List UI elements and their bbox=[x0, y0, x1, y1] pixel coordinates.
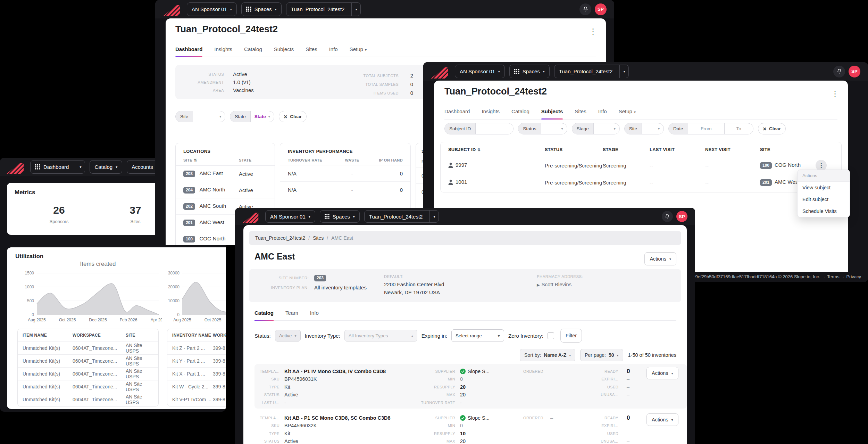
tab-setup[interactable]: Setup▾ bbox=[619, 108, 636, 119]
spaces-selector[interactable]: Spaces▾ bbox=[241, 2, 282, 16]
table-row[interactable]: Unmatched Kit(s) 0604AT_Timezone... AN S… bbox=[18, 393, 158, 406]
table-row[interactable]: Kit W - Cycle 2... 399-8 bbox=[167, 380, 226, 393]
protocol-selector[interactable]: Tuan_Protocol_24test2 ▾ bbox=[554, 65, 629, 78]
tab-team[interactable]: Team bbox=[285, 310, 298, 320]
tab-catalog[interactable]: Catalog bbox=[254, 310, 274, 320]
per-page-select[interactable]: Per page:50▾ bbox=[580, 349, 623, 361]
site-number-badge: 204 bbox=[183, 187, 195, 194]
status-filter[interactable]: Status ▾ bbox=[518, 123, 567, 134]
tab-info[interactable]: Info bbox=[598, 108, 607, 119]
table-row[interactable]: Unmatched Kit(s) 0604AT_Timezone... AN S… bbox=[18, 380, 158, 393]
status-select[interactable]: Active▾ bbox=[275, 330, 301, 342]
subject-row[interactable]: 9997 Pre-screening/Screening Screening -… bbox=[441, 157, 841, 174]
chevron-down-icon: ▾ bbox=[294, 334, 296, 338]
clear-filters-button[interactable]: ✕Clear bbox=[758, 123, 786, 134]
site-number-badge: 201 bbox=[183, 220, 195, 226]
chevron-down-icon[interactable]: ▾ bbox=[351, 3, 360, 16]
tab-subjects[interactable]: Subjects bbox=[541, 108, 563, 119]
menu-item[interactable]: Schedule Visits bbox=[798, 205, 850, 217]
menu-item[interactable]: View subject bbox=[798, 182, 850, 194]
table-row[interactable]: Unmatched Kit(s) 0604AT_Timezone... AN S… bbox=[18, 367, 158, 380]
table-row[interactable]: Unmatched Kit(s) 0604AT_Timezone... AN S… bbox=[18, 342, 158, 354]
sponsor-selector[interactable]: AN Sponsor 01▾ bbox=[187, 2, 237, 16]
notifications-button[interactable] bbox=[579, 3, 591, 15]
filter-button[interactable]: Filter bbox=[560, 329, 582, 343]
tab-sites[interactable]: Sites bbox=[575, 108, 586, 119]
notifications-button[interactable] bbox=[662, 211, 673, 222]
tab-dashboard[interactable]: Dashboard bbox=[175, 46, 202, 57]
avatar[interactable]: SP bbox=[595, 3, 607, 15]
protocol-status: Active bbox=[224, 71, 269, 77]
location-row[interactable]: 203 AMC East Active bbox=[176, 166, 275, 182]
protocol-selector[interactable]: Tuan_Protocol_24test2 ▾ bbox=[364, 210, 439, 223]
date-filter[interactable]: Date From To bbox=[668, 123, 753, 134]
inventory-actions-button[interactable]: Actions▾ bbox=[646, 367, 678, 379]
sort-by-select[interactable]: Sort by:Name A-Z▾ bbox=[520, 349, 575, 361]
inventory-card: TEMPLA... SKU TYPE STATUS LAST U... Kit … bbox=[254, 364, 687, 409]
table-row[interactable]: Kit V-P1 IVCom ... 399-8 bbox=[167, 393, 226, 406]
tab-insights[interactable]: Insights bbox=[482, 108, 500, 119]
dashboard-nav-button[interactable]: Dashboard ▾ bbox=[30, 160, 85, 174]
spaces-selector[interactable]: Spaces▾ bbox=[509, 65, 550, 78]
avatar[interactable]: SP bbox=[676, 211, 687, 222]
svg-text:20000: 20000 bbox=[168, 285, 180, 289]
notifications-button[interactable] bbox=[833, 66, 845, 77]
tab-info[interactable]: Info bbox=[310, 310, 319, 320]
svg-text:10000: 10000 bbox=[168, 298, 180, 303]
grid-icon bbox=[514, 69, 519, 74]
zero-inventory-checkbox[interactable] bbox=[548, 332, 554, 339]
inventory-type-select[interactable]: All Inventory Types▴ bbox=[344, 330, 417, 342]
clear-filters-button[interactable]: ✕Clear bbox=[279, 111, 307, 122]
table-row[interactable]: Kit Y - Part 2 ... 399-8 bbox=[167, 354, 226, 367]
inventory-actions-button[interactable]: Actions▾ bbox=[646, 413, 678, 426]
privacy-link[interactable]: Privacy bbox=[846, 274, 861, 279]
avatar[interactable]: SP bbox=[849, 66, 860, 77]
terms-link[interactable]: Terms bbox=[827, 274, 839, 279]
stage-filter[interactable]: Stage ▾ bbox=[572, 123, 620, 134]
chevron-down-icon[interactable]: ▾ bbox=[619, 65, 628, 78]
tab-subjects[interactable]: Subjects bbox=[274, 46, 294, 57]
chevron-down-icon[interactable]: ▾ bbox=[76, 161, 85, 173]
site-actions-button[interactable]: Actions▾ bbox=[644, 252, 676, 265]
spaces-selector[interactable]: Spaces▾ bbox=[320, 210, 360, 223]
expiring-range-select[interactable]: Select range▾ bbox=[451, 329, 504, 342]
svg-text:500: 500 bbox=[27, 298, 34, 303]
kebab-menu-icon[interactable]: ⋮ bbox=[831, 90, 839, 97]
site-filter[interactable]: Site ▾ bbox=[175, 111, 225, 122]
chevron-down-icon[interactable]: ▾ bbox=[429, 211, 439, 222]
inventory-list: TEMPLA... SKU TYPE STATUS LAST U... Kit … bbox=[243, 364, 687, 444]
tab-sites[interactable]: Sites bbox=[306, 46, 317, 57]
tab-info[interactable]: Info bbox=[329, 46, 338, 57]
date-to-input: To bbox=[725, 123, 753, 134]
subject-id-filter[interactable]: Subject ID bbox=[444, 123, 514, 134]
subject-row[interactable]: 1001 Pre-screening/Screening Screening -… bbox=[441, 174, 841, 191]
tab-insights[interactable]: Insights bbox=[214, 46, 232, 57]
pharmacy-contact[interactable]: ▶Scott Blevins bbox=[537, 281, 583, 287]
breadcrumb-sites[interactable]: Sites bbox=[313, 235, 324, 241]
tab-dashboard[interactable]: Dashboard bbox=[444, 108, 470, 119]
chevron-down-icon: ▾ bbox=[275, 7, 277, 11]
dashboard-nav-label: Dashboard bbox=[43, 164, 69, 170]
table-row[interactable]: Kit Z - Part 2 ... 399-8 bbox=[167, 342, 226, 354]
breadcrumb-protocol[interactable]: Tuan_Protocol_24test2 bbox=[255, 235, 305, 241]
site-filter[interactable]: Site ▾ bbox=[624, 123, 664, 134]
tab-catalog[interactable]: Catalog bbox=[511, 108, 529, 119]
menu-item[interactable]: Edit subject bbox=[798, 194, 850, 205]
app-header: AN Sponsor 01▾ Spaces▾ Tuan_Protocol_24t… bbox=[235, 208, 695, 225]
site-number-badge: 100 bbox=[760, 162, 772, 169]
sponsor-selector[interactable]: AN Sponsor 01▾ bbox=[455, 65, 505, 78]
sponsor-selector[interactable]: AN Sponsor 01▾ bbox=[265, 210, 315, 223]
table-row[interactable]: Unmatched Kit(s) 0604AT_Timezone... AN S… bbox=[18, 354, 158, 367]
tab-setup[interactable]: Setup▾ bbox=[350, 46, 367, 57]
location-row[interactable]: 204 AMC North Active bbox=[176, 182, 275, 198]
state-filter[interactable]: State State▾ bbox=[230, 111, 274, 122]
site-number-badge: 100 bbox=[183, 236, 195, 242]
chevron-down-icon: ▾ bbox=[498, 69, 500, 73]
tab-catalog[interactable]: Catalog bbox=[244, 46, 262, 57]
accounts-nav-button[interactable]: Accounts bbox=[127, 160, 158, 174]
page-title: Tuan_Protocol_24test2 bbox=[166, 18, 606, 35]
catalog-nav-button[interactable]: Catalog▾ bbox=[90, 160, 122, 174]
table-row[interactable]: Kit X - Part 1 ... 399-8 bbox=[167, 367, 226, 380]
kebab-menu-icon[interactable]: ⋮ bbox=[589, 28, 597, 35]
protocol-selector[interactable]: Tuan_Protocol_24test2 ▾ bbox=[286, 2, 361, 16]
